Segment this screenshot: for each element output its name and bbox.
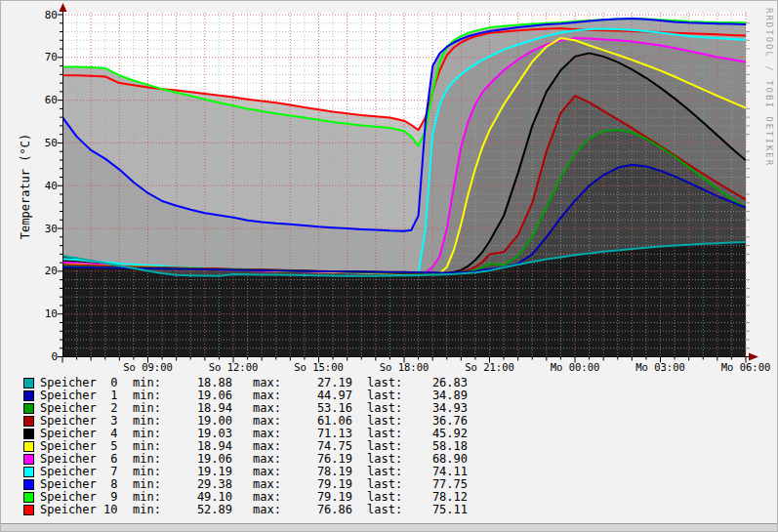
legend-max-label: max: — [253, 504, 286, 516]
y-tick-label: 40 — [45, 180, 58, 192]
rrdtool-watermark: RRDTOOL / TOBI OETIKER — [764, 8, 774, 167]
legend-min-label: min: — [133, 504, 166, 516]
y-tick-label: 60 — [45, 94, 58, 106]
legend-swatch — [23, 492, 34, 503]
legend-row-speicher-10: Speicher 10min:52.89max:76.86last:75.11 — [1, 504, 777, 516]
legend-min-value: 52.89 — [166, 504, 232, 516]
legend-last-value: 75.11 — [407, 504, 468, 516]
legend-swatch — [23, 429, 34, 439]
legend-swatch — [23, 416, 34, 427]
legend-series-label: Speicher 10 — [40, 504, 133, 516]
y-tick-label: 50 — [45, 137, 58, 149]
x-tick-label: So 21:00 — [465, 361, 514, 373]
y-axis-arrow-icon — [60, 3, 67, 12]
legend-swatch — [23, 467, 34, 477]
legend-swatch — [23, 454, 34, 465]
legend-last-label: last: — [367, 504, 407, 516]
bottom-window-edge — [1, 523, 777, 531]
x-axis-arrow-icon — [749, 353, 758, 361]
y-axis-title: Temperatur (°C) — [19, 113, 32, 260]
plot-area: 01020304050607080So 09:00So 12:00So 15:0… — [1, 1, 778, 375]
y-tick-label: 30 — [45, 223, 58, 235]
y-tick-label: 10 — [45, 307, 58, 320]
x-tick-label: Mo 00:00 — [551, 361, 600, 373]
legend-swatch — [23, 479, 34, 490]
x-tick-label: So 12:00 — [209, 361, 259, 373]
y-tick-label: 70 — [45, 51, 58, 63]
legend-swatch — [23, 378, 34, 389]
legend-swatch — [23, 390, 34, 401]
legend: Speicher 0min:18.88max:27.19last:26.83Sp… — [1, 377, 777, 516]
legend-swatch — [23, 505, 34, 515]
legend-swatch — [23, 441, 34, 452]
x-tick-label: Mo 03:00 — [635, 361, 685, 373]
y-tick-label: 0 — [51, 350, 58, 363]
y-tick-label: 80 — [45, 9, 58, 21]
rrdtool-graph-window: 01020304050607080So 09:00So 12:00So 15:0… — [0, 0, 778, 532]
legend-max-value: 76.86 — [286, 504, 352, 516]
x-tick-label: Mo 06:00 — [721, 361, 771, 373]
x-tick-label: So 09:00 — [123, 361, 173, 373]
x-tick-label: So 18:00 — [380, 361, 430, 373]
y-tick-label: 20 — [45, 265, 58, 277]
x-tick-label: So 15:00 — [294, 361, 344, 373]
legend-swatch — [23, 403, 34, 414]
